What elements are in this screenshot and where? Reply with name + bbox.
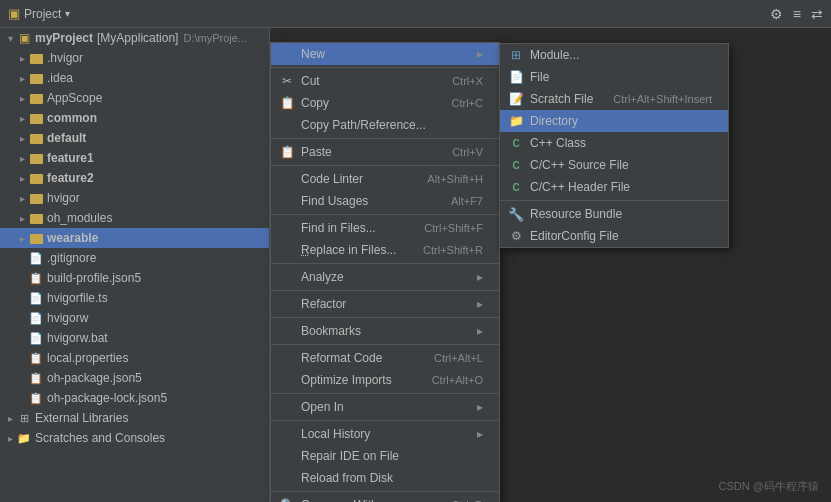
cpp-source-icon: C	[508, 157, 524, 173]
item-label: build-profile.json5	[47, 271, 141, 285]
menu-label: Copy	[301, 96, 329, 110]
tree-item-oh-modules[interactable]: oh_modules	[0, 208, 269, 228]
submenu-item-resource-bundle[interactable]: 🔧 Resource Bundle	[500, 203, 728, 225]
file-icon: 📄	[28, 330, 44, 346]
directory-icon: 📁	[508, 113, 524, 129]
divider-5	[271, 263, 499, 264]
tree-item-hvigor[interactable]: .hvigor	[0, 48, 269, 68]
resource-icon: 🔧	[508, 206, 524, 222]
menu-item-copy[interactable]: 📋 Copy Ctrl+C	[271, 92, 499, 114]
tree-arrow	[16, 212, 28, 224]
settings-icon[interactable]: ⚙	[770, 6, 783, 22]
submenu-item-cpp-header[interactable]: C C/C++ Header File	[500, 176, 728, 198]
tree-item-local-properties[interactable]: 📋 local.properties	[0, 348, 269, 368]
menu-item-new[interactable]: New ▸ ⊞ Module... 📄 File	[271, 43, 499, 65]
linter-icon	[279, 171, 295, 187]
shortcut: Ctrl+V	[452, 146, 483, 158]
tree-item-feature2[interactable]: feature2	[0, 168, 269, 188]
submenu-item-module[interactable]: ⊞ Module...	[500, 44, 728, 66]
menu-item-replace-files[interactable]: Replace in Files... Ctrl+Shift+R	[271, 239, 499, 261]
tree-item-gitignore[interactable]: 📄 .gitignore	[0, 248, 269, 268]
cut-icon: ✂	[279, 73, 295, 89]
divider-6	[271, 290, 499, 291]
dropdown-arrow[interactable]: ▾	[65, 8, 70, 19]
tree-item-idea[interactable]: .idea	[0, 68, 269, 88]
divider-10	[271, 420, 499, 421]
item-label: hvigorw.bat	[47, 331, 108, 345]
folder-icon	[28, 130, 44, 146]
menu-item-bookmarks[interactable]: Bookmarks ▸	[271, 320, 499, 342]
menu-item-analyze[interactable]: Analyze ▸	[271, 266, 499, 288]
menu-item-open-in[interactable]: Open In ▸	[271, 396, 499, 418]
submenu-item-cpp-source[interactable]: C C/C++ Source File	[500, 154, 728, 176]
menu-label: C/C++ Source File	[530, 158, 629, 172]
tree-root-item[interactable]: ▣ myProject [MyApplication] D:\myProje..…	[0, 28, 269, 48]
find-usages-icon	[279, 193, 295, 209]
project-label[interactable]: Project	[24, 7, 61, 21]
layout-icon[interactable]: ⇄	[811, 6, 823, 22]
menu-item-reload[interactable]: Reload from Disk	[271, 467, 499, 489]
watermark: CSDN @码牛程序猿	[719, 479, 819, 494]
menu-label: Bookmarks	[301, 324, 361, 338]
menu-item-local-history[interactable]: Local History ▸	[271, 423, 499, 445]
folder-icon	[28, 150, 44, 166]
menu-item-paste[interactable]: 📋 Paste Ctrl+V	[271, 141, 499, 163]
shortcut: Ctrl+Shift+R	[423, 244, 483, 256]
context-menu: New ▸ ⊞ Module... 📄 File	[270, 42, 500, 502]
tree-item-default[interactable]: default	[0, 128, 269, 148]
menu-item-cut[interactable]: ✂ Cut Ctrl+X	[271, 70, 499, 92]
tree-item-hvigor2[interactable]: hvigor	[0, 188, 269, 208]
tree-item-oh-package-lock[interactable]: 📋 oh-package-lock.json5	[0, 388, 269, 408]
menu-label: Compare With...	[301, 498, 388, 502]
divider-8	[271, 344, 499, 345]
submenu-item-file[interactable]: 📄 File	[500, 66, 728, 88]
tree-item-hvigorw[interactable]: 📄 hvigorw	[0, 308, 269, 328]
tree-item-oh-package[interactable]: 📋 oh-package.json5	[0, 368, 269, 388]
menu-label: Code Linter	[301, 172, 363, 186]
folder-icon	[28, 170, 44, 186]
tree-item-appscope[interactable]: AppScope	[0, 88, 269, 108]
tree-arrow-root	[4, 32, 16, 44]
menu-icon[interactable]: ≡	[793, 6, 801, 22]
submenu-item-cpp-class[interactable]: C C++ Class	[500, 132, 728, 154]
folder-icon	[28, 190, 44, 206]
item-label: hvigorw	[47, 311, 88, 325]
shortcut: Alt+F7	[451, 195, 483, 207]
submenu-item-directory[interactable]: 📁 Directory	[500, 110, 728, 132]
title-bar-project: ▣ Project ▾	[8, 6, 70, 21]
paste-icon: 📋	[279, 144, 295, 160]
tree-item-feature1[interactable]: feature1	[0, 148, 269, 168]
menu-label: C/C++ Header File	[530, 180, 630, 194]
cpp-header-icon: C	[508, 179, 524, 195]
menu-label: C++ Class	[530, 136, 586, 150]
submenu-item-scratch[interactable]: 📝 Scratch File Ctrl+Alt+Shift+Insert	[500, 88, 728, 110]
menu-item-compare[interactable]: 🔍 Compare With... Ctrl+D	[271, 494, 499, 502]
menu-item-copy-path[interactable]: Copy Path/Reference...	[271, 114, 499, 136]
copy-icon: 📋	[279, 95, 295, 111]
menu-label: File	[530, 70, 549, 84]
menu-item-repair-ide[interactable]: Repair IDE on File	[271, 445, 499, 467]
menu-label: Refactor	[301, 297, 346, 311]
module-icon: ⊞	[508, 47, 524, 63]
tree-item-external-libs[interactable]: ⊞ External Libraries	[0, 408, 269, 428]
item-label: AppScope	[47, 91, 102, 105]
tree-item-hvigorw-bat[interactable]: 📄 hvigorw.bat	[0, 328, 269, 348]
menu-item-reformat[interactable]: Reformat Code Ctrl+Alt+L	[271, 347, 499, 369]
menu-item-optimize[interactable]: Optimize Imports Ctrl+Alt+O	[271, 369, 499, 391]
tree-item-scratches[interactable]: 📁 Scratches and Consoles	[0, 428, 269, 448]
menu-label: Local History	[301, 427, 370, 441]
tree-item-hvigorfile[interactable]: 📄 hvigorfile.ts	[0, 288, 269, 308]
tree-item-build-profile[interactable]: 📋 build-profile.json5	[0, 268, 269, 288]
project-sidebar: ▣ myProject [MyApplication] D:\myProje..…	[0, 28, 270, 502]
reformat-icon	[279, 350, 295, 366]
menu-item-find-files[interactable]: Find in Files... Ctrl+Shift+F	[271, 217, 499, 239]
tree-item-wearable[interactable]: wearable	[0, 228, 269, 248]
title-bar-icons: ⚙ ≡ ⇄	[770, 6, 823, 22]
menu-label: Find in Files...	[301, 221, 376, 235]
menu-item-refactor[interactable]: Refactor ▸	[271, 293, 499, 315]
submenu-arrow: ▸	[477, 297, 483, 311]
menu-item-find-usages[interactable]: Find Usages Alt+F7	[271, 190, 499, 212]
tree-item-common[interactable]: common	[0, 108, 269, 128]
menu-item-code-linter[interactable]: Code Linter Alt+Shift+H	[271, 168, 499, 190]
submenu-item-editorconfig[interactable]: ⚙ EditorConfig File	[500, 225, 728, 247]
